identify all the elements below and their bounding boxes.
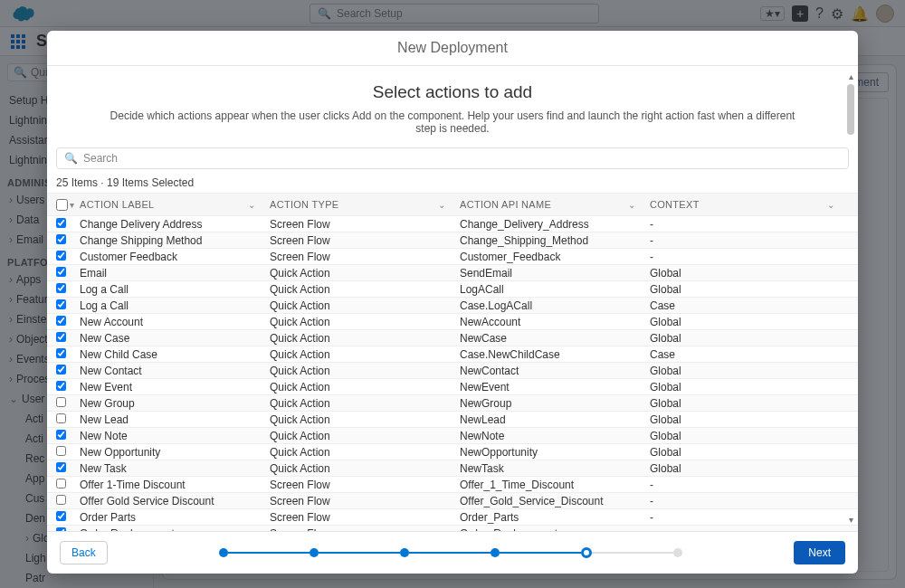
cell-label: New Account (80, 316, 270, 328)
table-row[interactable]: New NoteQuick ActionNewNoteGlobal (47, 428, 858, 444)
cell-label: Customer Feedback (80, 251, 270, 263)
row-checkbox[interactable] (56, 218, 66, 228)
row-checkbox[interactable] (56, 316, 66, 326)
cell-context: Global (650, 397, 849, 410)
row-checkbox[interactable] (56, 234, 66, 244)
cell-type: Quick Action (270, 348, 460, 361)
next-button[interactable]: Next (794, 541, 845, 564)
table-row[interactable]: Offer 1-Time DiscountScreen FlowOffer_1_… (47, 477, 858, 493)
table-row[interactable]: New CaseQuick ActionNewCaseGlobal (47, 330, 858, 346)
table-row[interactable]: New LeadQuick ActionNewLeadGlobal (47, 412, 858, 428)
cell-label: New Note (80, 430, 270, 442)
cell-api: NewTask (460, 462, 650, 475)
row-checkbox[interactable] (56, 381, 66, 391)
col-action-label[interactable]: ACTION LABEL⌄ (80, 199, 270, 210)
scroll-up-icon[interactable]: ▴ (846, 71, 855, 82)
row-checkbox[interactable] (56, 413, 66, 423)
row-checkbox[interactable] (56, 511, 66, 521)
row-checkbox[interactable] (56, 495, 66, 505)
step-2 (310, 548, 319, 557)
cell-api: NewOpportunity (460, 446, 650, 459)
cell-api: Order_Replacement (460, 527, 650, 532)
table-row[interactable]: New GroupQuick ActionNewGroupGlobal (47, 395, 858, 412)
row-checkbox[interactable] (56, 251, 66, 261)
table-row[interactable]: Order PartsScreen FlowOrder_Parts- (47, 509, 858, 526)
cell-api: NewLead (460, 413, 650, 426)
cell-api: Case.NewChildCase (460, 348, 650, 361)
cell-context: - (650, 251, 849, 263)
cell-label: New Child Case (80, 348, 270, 361)
cell-context: Global (650, 413, 849, 426)
row-checkbox[interactable] (56, 462, 66, 472)
step-6 (673, 548, 682, 557)
row-checkbox[interactable] (56, 332, 66, 342)
modal-scrollbar[interactable]: ▴ ▾ (846, 71, 855, 526)
cell-type: Quick Action (270, 397, 460, 410)
item-counts: 25 Items · 19 Items Selected (47, 175, 858, 193)
cell-type: Quick Action (270, 462, 460, 475)
table-row[interactable]: EmailQuick ActionSendEmailGlobal (47, 265, 858, 281)
cell-api: NewAccount (460, 316, 650, 328)
table-row[interactable]: New TaskQuick ActionNewTaskGlobal (47, 460, 858, 477)
col-action-type[interactable]: ACTION TYPE⌄ (270, 199, 460, 210)
cell-api: SendEmail (460, 267, 650, 280)
table-row[interactable]: New Child CaseQuick ActionCase.NewChildC… (47, 346, 858, 363)
cell-api: NewGroup (460, 397, 650, 410)
row-checkbox[interactable] (56, 267, 66, 277)
search-icon: 🔍 (64, 152, 78, 165)
table-row[interactable]: New EventQuick ActionNewEventGlobal (47, 379, 858, 395)
cell-api: NewContact (460, 365, 650, 377)
cell-context: - (650, 511, 849, 524)
cell-api: Offer_Gold_Service_Discount (460, 495, 650, 507)
table-header: ▾ ACTION LABEL⌄ ACTION TYPE⌄ ACTION API … (47, 193, 858, 216)
table-row[interactable]: New AccountQuick ActionNewAccountGlobal (47, 314, 858, 330)
cell-type: Quick Action (270, 365, 460, 377)
row-checkbox[interactable] (56, 397, 66, 407)
table-row[interactable]: Offer Gold Service DiscountScreen FlowOf… (47, 493, 858, 509)
table-row[interactable]: Change Delivery AddressScreen FlowChange… (47, 216, 858, 232)
chevron-down-icon[interactable]: ▾ (70, 200, 74, 210)
row-checkbox[interactable] (56, 479, 66, 488)
scroll-thumb[interactable] (847, 84, 854, 135)
cell-label: Change Delivery Address (80, 218, 270, 231)
row-checkbox[interactable] (56, 299, 66, 309)
col-context[interactable]: CONTEXT⌄ (650, 199, 849, 210)
cell-api: Change_Delivery_Address (460, 218, 650, 231)
row-checkbox[interactable] (56, 348, 66, 358)
table-row[interactable]: Log a CallQuick ActionCase.LogACallCase (47, 298, 858, 314)
cell-label: New Contact (80, 365, 270, 377)
table-row[interactable]: New ContactQuick ActionNewContactGlobal (47, 363, 858, 379)
cell-type: Quick Action (270, 316, 460, 328)
action-search[interactable]: 🔍 Search (56, 147, 849, 169)
col-action-api[interactable]: ACTION API NAME⌄ (460, 199, 650, 210)
cell-type: Screen Flow (270, 218, 460, 231)
action-search-placeholder: Search (83, 152, 118, 165)
table-row[interactable]: Order ReplacementScreen FlowOrder_Replac… (47, 526, 858, 531)
cell-label: New Group (80, 397, 270, 410)
select-all-checkbox[interactable] (56, 199, 68, 211)
cell-type: Quick Action (270, 283, 460, 296)
cell-label: Email (80, 267, 270, 280)
back-button[interactable]: Back (60, 541, 108, 564)
table-row[interactable]: Change Shipping MethodScreen FlowChange_… (47, 232, 858, 249)
cell-type: Screen Flow (270, 251, 460, 263)
table-row[interactable]: New OpportunityQuick ActionNewOpportunit… (47, 444, 858, 460)
row-checkbox[interactable] (56, 365, 66, 375)
row-checkbox[interactable] (56, 430, 66, 440)
scroll-down-icon[interactable]: ▾ (846, 515, 855, 526)
step-5-current (581, 547, 592, 558)
cell-api: Offer_1_Time_Discount (460, 479, 650, 491)
table-row[interactable]: Log a CallQuick ActionLogACallGlobal (47, 281, 858, 298)
row-checkbox[interactable] (56, 527, 66, 532)
row-checkbox[interactable] (56, 446, 66, 456)
cell-context: Global (650, 283, 849, 296)
cell-context: - (650, 234, 849, 247)
cell-type: Screen Flow (270, 511, 460, 524)
cell-label: New Case (80, 332, 270, 345)
row-checkbox[interactable] (56, 283, 66, 293)
table-row[interactable]: Customer FeedbackScreen FlowCustomer_Fee… (47, 249, 858, 265)
sort-icon: ⌄ (628, 200, 635, 210)
cell-label: Offer Gold Service Discount (80, 495, 270, 507)
cell-context: Case (650, 299, 849, 312)
cell-context: - (650, 527, 849, 532)
